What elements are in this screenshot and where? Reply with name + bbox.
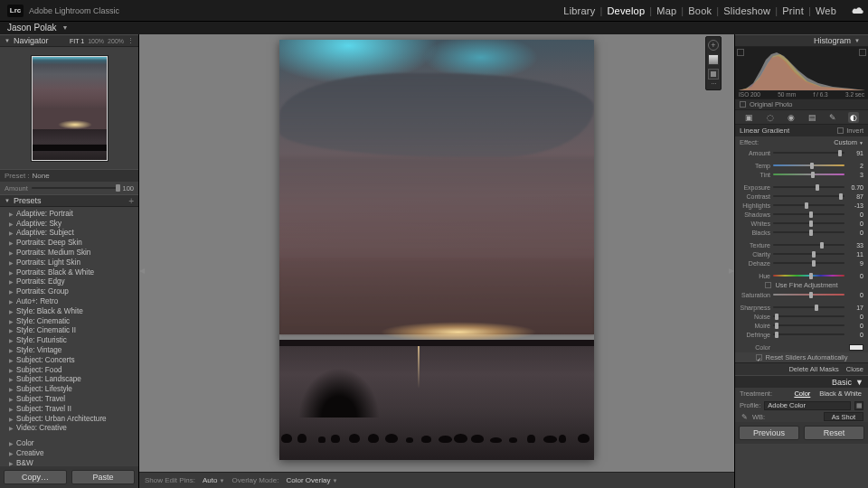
module-library[interactable]: Library	[559, 5, 599, 16]
profile-dropdown[interactable]: Adobe Color	[764, 401, 851, 410]
slider-temp[interactable]: Temp2	[735, 161, 868, 170]
slider-tint[interactable]: Tint3	[735, 170, 868, 179]
show-pins-dropdown[interactable]: Auto▼	[203, 476, 224, 484]
overlay-mode-dropdown[interactable]: Color Overlay▼	[286, 476, 337, 484]
collapse-left-icon[interactable]: ◀	[139, 261, 145, 279]
add-preset-icon[interactable]: +	[128, 196, 134, 206]
close-masks-button[interactable]: Close	[846, 365, 863, 373]
preset-item[interactable]: ▶Portraits: Deep Skin	[0, 238, 138, 248]
preset-item[interactable]: ▶Subject: Landscape	[0, 375, 138, 385]
preset-item[interactable]: ▶Portraits: Medium Skin	[0, 248, 138, 258]
effect-row[interactable]: Effect: Custom▼	[735, 136, 868, 147]
wb-picker-icon[interactable]: ✎	[740, 413, 749, 421]
slider-hue[interactable]: Hue0	[735, 271, 868, 280]
slider-noise[interactable]: Noise0	[735, 312, 868, 321]
navigator-preview[interactable]	[0, 47, 138, 169]
mask-options-icon[interactable]	[708, 83, 719, 87]
checkbox-icon[interactable]	[740, 101, 746, 108]
preset-item[interactable]: ▶Adaptive: Subject	[0, 229, 138, 239]
preset-item[interactable]: ▶Portraits: Group	[0, 286, 138, 296]
redeye-tool-icon[interactable]: ◉	[786, 112, 797, 123]
slider-texture[interactable]: Texture33	[735, 240, 868, 249]
slider-highlights[interactable]: Highlights-13	[735, 201, 868, 210]
preset-item[interactable]: ▶Subject: Lifestyle	[0, 384, 138, 394]
preset-item[interactable]: ▶Portraits: Light Skin	[0, 258, 138, 267]
gradient-tool-icon[interactable]: ▤	[807, 112, 817, 123]
slider-sharpness[interactable]: Sharpness17	[735, 303, 868, 312]
slider-dehaze[interactable]: Dehaze9	[735, 258, 868, 267]
module-map[interactable]: Map	[652, 5, 681, 16]
presets-header[interactable]: ▼ Presets +	[0, 194, 138, 207]
mask-thumb-2[interactable]	[708, 69, 719, 80]
slider-blacks[interactable]: Blacks0	[735, 228, 868, 237]
module-web[interactable]: Web	[811, 5, 841, 16]
cloud-sync-icon[interactable]	[846, 6, 861, 15]
reset-button[interactable]: Reset	[804, 426, 864, 440]
color-swatch[interactable]	[849, 344, 863, 351]
preset-item[interactable]: ▶Subject: Travel	[0, 394, 138, 404]
slider-saturation[interactable]: Saturation0	[735, 290, 868, 299]
canvas[interactable]	[139, 34, 734, 472]
mask-tool-icon[interactable]: ◐	[848, 112, 859, 123]
shadow-clip-icon[interactable]	[737, 49, 744, 56]
preset-item[interactable]: ▶Creative	[0, 448, 138, 458]
invert-mask[interactable]: Invert	[837, 127, 863, 135]
profile-browser-icon[interactable]: ▦	[854, 401, 863, 410]
navigator-header[interactable]: ▼ Navigator FIT 1 100% 200% ⋮	[0, 34, 138, 47]
module-slideshow[interactable]: Slideshow	[719, 5, 775, 16]
module-develop[interactable]: Develop	[602, 5, 649, 16]
preset-item[interactable]: ▶Adaptive: Sky	[0, 219, 138, 229]
nav-zoom-fit[interactable]: FIT 1	[70, 38, 84, 44]
brush-tool-icon[interactable]: ✎	[827, 112, 838, 123]
slider-whites[interactable]: Whites0	[735, 219, 868, 228]
effect-dropdown[interactable]: Custom▼	[834, 138, 863, 146]
module-book[interactable]: Book	[684, 5, 716, 16]
preset-item[interactable]: ▶Style: Futuristic	[0, 335, 138, 345]
collapse-right-icon[interactable]: ▶	[729, 261, 734, 279]
delete-masks-button[interactable]: Delete All Masks	[788, 365, 838, 373]
slider-color[interactable]: Color	[735, 343, 868, 352]
mask-thumb[interactable]	[708, 54, 719, 65]
paste-button[interactable]: Paste	[71, 470, 135, 484]
slider-exposure[interactable]: Exposure0.70	[735, 183, 868, 192]
nav-zoom-menu[interactable]: ⋮	[127, 37, 134, 44]
slider-moiré[interactable]: Moiré0	[735, 321, 868, 330]
wb-dropdown[interactable]: As Shot	[824, 412, 863, 421]
preset-item[interactable]: ▶Video: Creative	[0, 424, 138, 434]
copy-button[interactable]: Copy…	[4, 470, 67, 484]
crop-tool-icon[interactable]: ▣	[744, 112, 755, 123]
nav-zoom-100[interactable]: 100%	[88, 38, 104, 44]
preset-item[interactable]: ▶Adaptive: Portrait	[0, 209, 138, 219]
preset-item[interactable]: ▶Subject: Travel II	[0, 404, 138, 414]
preset-item[interactable]: ▶Subject: Urban Architecture	[0, 414, 138, 424]
treatment-bw[interactable]: Black & White	[817, 389, 863, 398]
checkbox-icon[interactable]	[756, 354, 762, 361]
preset-item[interactable]: ▶Portraits: Edgy	[0, 277, 138, 287]
module-print[interactable]: Print	[778, 5, 808, 16]
reset-auto-row[interactable]: Reset Sliders Automatically	[735, 352, 868, 362]
heal-tool-icon[interactable]: ◌	[765, 112, 776, 123]
slider-clarity[interactable]: Clarity11	[735, 249, 868, 258]
preset-item[interactable]: ▶Style: Black & White	[0, 306, 138, 316]
preset-item[interactable]: ▶Color	[0, 438, 138, 448]
preset-item[interactable]: ▶Style: Cinematic II	[0, 326, 138, 336]
identity-plate[interactable]: Jason Polak▼	[0, 22, 868, 34]
treatment-color[interactable]: Color	[792, 389, 812, 398]
photo[interactable]	[279, 40, 594, 460]
preset-item[interactable]: ▶Portraits: Black & White	[0, 267, 138, 277]
mask-dock[interactable]: +	[705, 36, 722, 90]
slider-defringe[interactable]: Defringe0	[735, 330, 868, 339]
fine-adjustment-toggle[interactable]: Use Fine Adjustment	[735, 280, 868, 290]
histogram-header[interactable]: Histogram ▼	[735, 34, 868, 47]
highlight-clip-icon[interactable]	[859, 49, 866, 56]
preset-item[interactable]: ▶B&W	[0, 458, 138, 466]
preset-item[interactable]: ▶Style: Cinematic	[0, 316, 138, 326]
preset-item[interactable]: ▶Auto+: Retro	[0, 296, 138, 306]
preset-item[interactable]: ▶Subject: Food	[0, 365, 138, 375]
slider-contrast[interactable]: Contrast87	[735, 192, 868, 201]
original-photo-toggle[interactable]: Original Photo	[735, 99, 868, 110]
add-mask-icon[interactable]: +	[708, 40, 719, 51]
slider-shadows[interactable]: Shadows0	[735, 210, 868, 219]
preset-item[interactable]: ▶Subject: Concerts	[0, 355, 138, 365]
histogram[interactable]: ISO 200 50 mm f / 6.3 3.2 sec	[735, 47, 868, 99]
